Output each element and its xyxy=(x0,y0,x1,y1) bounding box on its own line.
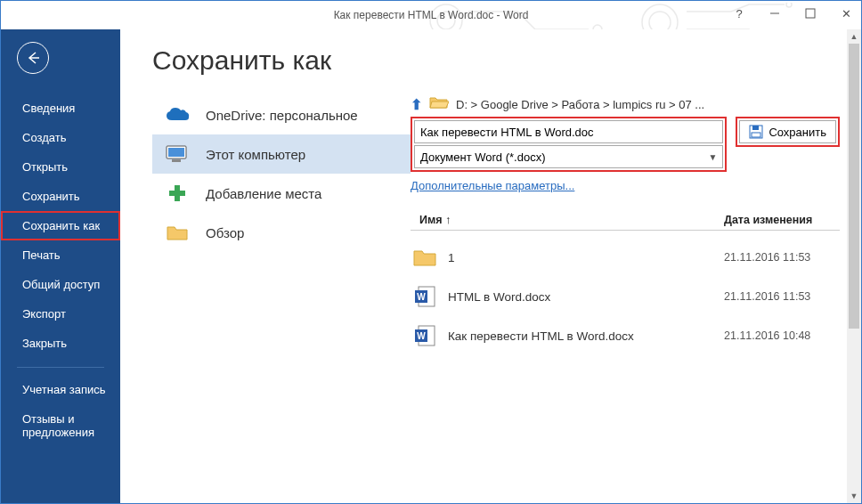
location-this-pc[interactable]: Этот компьютер xyxy=(152,134,411,174)
filetype-value: Документ Word (*.docx) xyxy=(415,150,703,164)
scroll-up-icon[interactable]: ▲ xyxy=(847,29,861,44)
folder-icon xyxy=(165,222,190,243)
computer-icon xyxy=(165,143,190,165)
file-row-doc[interactable]: W Как перевести HTML в Word.docx 21.11.2… xyxy=(411,316,840,355)
header-date[interactable]: Дата изменения xyxy=(724,214,840,226)
folder-icon xyxy=(411,245,439,270)
plus-icon xyxy=(165,183,190,204)
sidebar-item-print[interactable]: Печать xyxy=(1,240,120,270)
path-text[interactable]: D: > Google Drive > Работа > lumpics ru … xyxy=(456,98,704,111)
sidebar-item-close[interactable]: Закрыть xyxy=(1,329,120,358)
file-list-header: Имя ↑ Дата изменения xyxy=(411,210,840,230)
titlebar: Как перевести HTML в Word.doc - Word ? ✕ xyxy=(1,1,861,29)
scroll-thumb[interactable] xyxy=(849,44,859,329)
window-controls: ? ✕ xyxy=(728,3,858,24)
more-options-link[interactable]: Дополнительные параметры... xyxy=(411,179,840,192)
location-onedrive[interactable]: OneDrive: персональное xyxy=(152,95,411,134)
location-label: OneDrive: персональное xyxy=(206,108,358,123)
file-panel: ⬆ D: > Google Drive > Работа > lumpics r… xyxy=(411,95,861,503)
save-button-label: Сохранить xyxy=(768,126,826,139)
window-title: Как перевести HTML в Word.doc - Word xyxy=(334,9,529,21)
sidebar-divider xyxy=(17,367,104,368)
svg-rect-12 xyxy=(169,191,185,196)
file-row-doc[interactable]: W HTML в Word.docx 21.11.2016 11:53 xyxy=(411,277,840,316)
divider xyxy=(411,230,840,231)
svg-rect-14 xyxy=(752,126,759,130)
svg-text:W: W xyxy=(417,292,426,302)
close-icon[interactable]: ✕ xyxy=(834,3,858,24)
window: Как перевести HTML в Word.doc - Word ? ✕… xyxy=(0,0,862,504)
sidebar-item-new[interactable]: Создать xyxy=(1,123,120,152)
chevron-down-icon: ▼ xyxy=(703,152,722,162)
scroll-down-icon[interactable]: ▼ xyxy=(847,489,861,503)
file-row-folder[interactable]: 1 21.11.2016 11:53 xyxy=(411,238,840,277)
locations-list: OneDrive: персональное Этот компьютер До… xyxy=(152,95,411,503)
sidebar-item-account[interactable]: Учетная запись xyxy=(1,375,120,404)
sidebar-item-save[interactable]: Сохранить xyxy=(1,182,120,211)
file-name: Как перевести HTML в Word.docx xyxy=(448,329,724,343)
save-icon xyxy=(749,125,763,139)
sidebar: Сведения Создать Открыть Сохранить Сохра… xyxy=(1,29,120,503)
file-date: 21.11.2016 11:53 xyxy=(724,290,840,303)
file-name: 1 xyxy=(448,251,724,264)
page-title: Сохранить как xyxy=(152,45,861,76)
location-label: Обзор xyxy=(206,225,244,240)
file-name: HTML в Word.docx xyxy=(448,290,724,304)
location-browse[interactable]: Обзор xyxy=(152,213,411,252)
file-date: 21.11.2016 11:53 xyxy=(724,251,840,264)
word-file-icon: W xyxy=(411,323,439,348)
word-file-icon: W xyxy=(411,284,439,309)
sidebar-item-info[interactable]: Сведения xyxy=(1,93,120,123)
save-button-highlight: Сохранить xyxy=(736,117,840,147)
location-add-place[interactable]: Добавление места xyxy=(152,174,411,213)
sidebar-item-save-as[interactable]: Сохранить как xyxy=(1,211,120,240)
save-button[interactable]: Сохранить xyxy=(739,120,836,143)
cloud-icon xyxy=(165,104,190,126)
path-row: ⬆ D: > Google Drive > Работа > lumpics r… xyxy=(411,95,840,113)
sidebar-item-open[interactable]: Открыть xyxy=(1,152,120,182)
svg-rect-7 xyxy=(806,9,815,18)
help-icon[interactable]: ? xyxy=(728,3,751,24)
arrow-left-icon xyxy=(25,50,41,66)
up-arrow-icon[interactable]: ⬆ xyxy=(411,96,422,113)
svg-rect-15 xyxy=(752,133,760,137)
main-panel: Сохранить как OneDrive: персональное Это… xyxy=(120,29,861,503)
filetype-dropdown[interactable]: Документ Word (*.docx) ▼ xyxy=(414,145,723,168)
svg-rect-9 xyxy=(168,148,184,157)
filename-input[interactable] xyxy=(414,120,723,143)
location-label: Добавление места xyxy=(206,186,321,201)
minimize-icon[interactable] xyxy=(763,3,786,24)
back-button[interactable] xyxy=(17,42,49,74)
file-date: 21.11.2016 10:48 xyxy=(724,329,840,342)
sidebar-item-feedback[interactable]: Отзывы и предложения xyxy=(1,404,120,447)
file-inputs-highlight: Документ Word (*.docx) ▼ xyxy=(411,117,727,172)
svg-text:W: W xyxy=(417,331,426,341)
svg-rect-10 xyxy=(172,159,181,162)
maximize-icon[interactable] xyxy=(799,3,822,24)
folder-open-icon[interactable] xyxy=(429,95,449,113)
location-label: Этот компьютер xyxy=(206,147,305,162)
sidebar-item-share[interactable]: Общий доступ xyxy=(1,270,120,299)
vertical-scrollbar[interactable]: ▲ ▼ xyxy=(847,29,861,503)
header-name[interactable]: Имя ↑ xyxy=(411,214,724,226)
sidebar-item-export[interactable]: Экспорт xyxy=(1,299,120,329)
